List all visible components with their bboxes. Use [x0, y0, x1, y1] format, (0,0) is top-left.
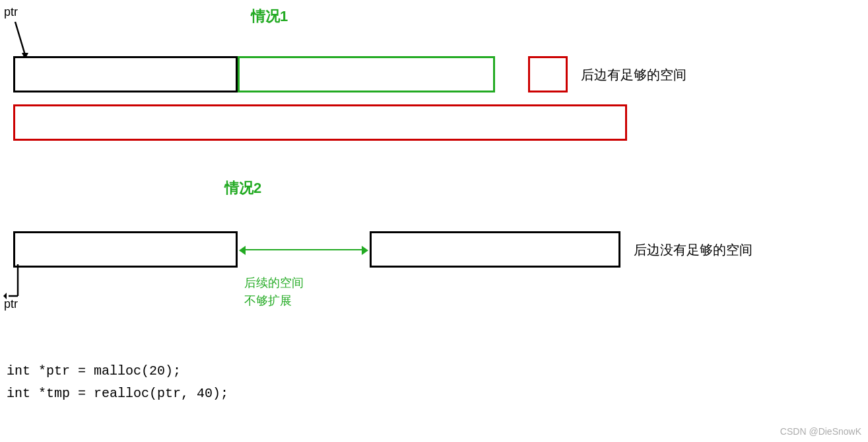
box-red-small [528, 56, 568, 92]
box-black-original [13, 56, 238, 92]
label-not-enough: 后续的空间 不够扩展 [244, 274, 304, 310]
ptr-arrow-top-svg [5, 18, 45, 58]
ptr-label-bottom: ptr [4, 297, 18, 311]
diagram-container: 情况1 ptr 后边有足够的空间 情况2 ptr 后续的空间 不够扩展 后边没有 [0, 0, 868, 442]
label-no-enough-space: 后边没有足够的空间 [634, 241, 752, 259]
label-enough-space: 后边有足够的空间 [581, 66, 686, 84]
box-red-big [13, 104, 627, 141]
watermark: CSDN @DieSnowK [780, 426, 861, 437]
box-green-extended [238, 56, 495, 92]
code-section: int *ptr = malloc(20); int *tmp = reallo… [7, 360, 228, 405]
label-not-enough-line2: 不够扩展 [244, 292, 304, 310]
case1-label: 情况1 [251, 7, 288, 26]
ptr-label-top: ptr [4, 5, 18, 19]
box-black-case2-new [370, 231, 620, 268]
arrow-right-icon [362, 246, 368, 255]
code-line-1: int *ptr = malloc(20); [7, 360, 228, 383]
svg-line-0 [15, 22, 25, 55]
box-black-case2 [13, 231, 238, 268]
double-arrow-line [244, 249, 363, 250]
code-line-2: int *tmp = realloc(ptr, 40); [7, 383, 228, 405]
case2-label: 情况2 [224, 178, 261, 198]
arrow-left-icon [239, 246, 246, 255]
label-not-enough-line1: 后续的空间 [244, 274, 304, 292]
